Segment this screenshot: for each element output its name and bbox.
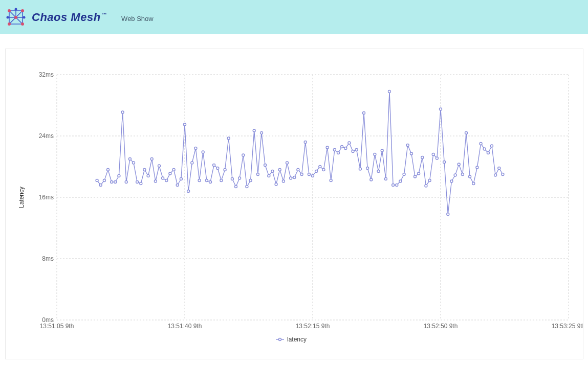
svg-point-135 [443,161,446,164]
svg-point-114 [366,167,369,170]
svg-point-128 [418,172,420,175]
svg-point-153 [279,338,281,341]
svg-point-147 [487,152,489,154]
svg-point-72 [213,164,215,167]
svg-point-109 [348,142,351,144]
svg-point-103 [326,146,329,149]
svg-point-116 [374,153,376,156]
svg-point-132 [432,153,434,156]
svg-point-74 [220,179,223,182]
svg-text:13:51:40 9th: 13:51:40 9th [168,323,202,330]
svg-point-77 [231,178,233,180]
svg-text:8ms: 8ms [42,255,54,262]
svg-point-58 [162,177,164,179]
svg-point-122 [396,184,398,187]
svg-point-134 [440,108,442,110]
svg-point-79 [238,177,241,179]
svg-point-47 [121,111,124,113]
svg-point-61 [172,169,175,171]
svg-point-93 [290,177,292,179]
svg-point-62 [176,184,179,187]
svg-point-44 [111,181,113,184]
svg-point-57 [158,165,161,167]
svg-point-63 [180,178,182,180]
svg-point-140 [461,173,464,176]
svg-point-60 [169,172,171,175]
svg-point-15 [14,16,17,19]
brand-wrap: Chaos Mesh™ Web Show [4,6,154,29]
svg-point-123 [399,180,402,182]
svg-point-145 [480,143,482,145]
svg-point-71 [209,181,212,184]
svg-point-84 [256,173,259,176]
svg-text:latency: latency [287,336,307,343]
svg-point-130 [425,185,427,187]
latency-chart[interactable]: 0ms8ms16ms24ms32ms13:51:05 9th13:51:40 9… [6,49,583,359]
svg-point-141 [465,132,468,134]
svg-point-51 [136,181,139,184]
svg-point-81 [246,186,248,188]
svg-point-127 [414,175,417,178]
svg-point-78 [235,186,237,188]
svg-point-67 [194,147,197,150]
svg-point-131 [428,179,431,182]
svg-point-142 [469,175,471,178]
svg-point-11 [8,9,11,12]
svg-point-125 [406,144,409,147]
svg-point-96 [300,173,303,176]
svg-point-98 [308,173,310,176]
svg-point-111 [355,149,358,151]
svg-point-139 [458,163,460,166]
svg-point-83 [253,129,255,132]
svg-point-126 [410,152,412,155]
svg-point-13 [8,22,11,26]
svg-point-106 [337,152,340,154]
svg-point-85 [260,132,263,134]
svg-point-45 [114,181,117,184]
svg-text:13:51:05 9th: 13:51:05 9th [40,323,74,330]
svg-text:32ms: 32ms [39,71,54,78]
svg-point-49 [128,158,131,161]
chart-panel: 0ms8ms16ms24ms32ms13:51:05 9th13:51:40 9… [5,49,583,359]
svg-point-65 [187,190,190,193]
svg-point-146 [483,148,486,150]
svg-point-50 [133,162,135,164]
svg-point-137 [450,180,453,182]
chaos-mesh-logo-icon [4,6,28,29]
svg-text:13:52:50 9th: 13:52:50 9th [424,323,458,330]
svg-point-100 [315,170,318,173]
svg-point-124 [403,173,405,176]
svg-point-70 [205,179,208,182]
svg-point-99 [312,175,314,177]
svg-point-136 [447,213,449,216]
svg-point-105 [333,149,336,151]
svg-point-88 [271,170,274,173]
svg-text:13:52:15 9th: 13:52:15 9th [296,323,330,330]
brand-tm: ™ [102,12,107,17]
svg-text:13:53:25 9th: 13:53:25 9th [552,323,583,330]
svg-point-150 [498,167,500,170]
brand-name: Chaos Mesh [32,11,101,24]
svg-point-86 [264,164,267,167]
app-header: Chaos Mesh™ Web Show [0,0,588,34]
svg-point-118 [381,149,383,152]
svg-point-18 [23,16,26,18]
svg-point-16 [15,8,17,10]
svg-point-104 [330,179,332,182]
svg-point-119 [384,178,387,180]
svg-point-110 [352,150,354,153]
svg-point-107 [341,146,343,148]
svg-point-75 [224,169,226,171]
svg-point-129 [421,156,424,159]
svg-point-80 [242,154,245,156]
svg-point-90 [278,169,281,171]
svg-point-73 [216,167,219,170]
svg-point-133 [435,157,438,159]
svg-point-87 [268,175,270,177]
svg-point-64 [184,123,186,126]
svg-point-42 [103,179,105,182]
svg-point-56 [154,180,157,182]
svg-point-52 [140,182,142,185]
svg-point-144 [476,166,478,169]
svg-point-121 [392,184,395,187]
